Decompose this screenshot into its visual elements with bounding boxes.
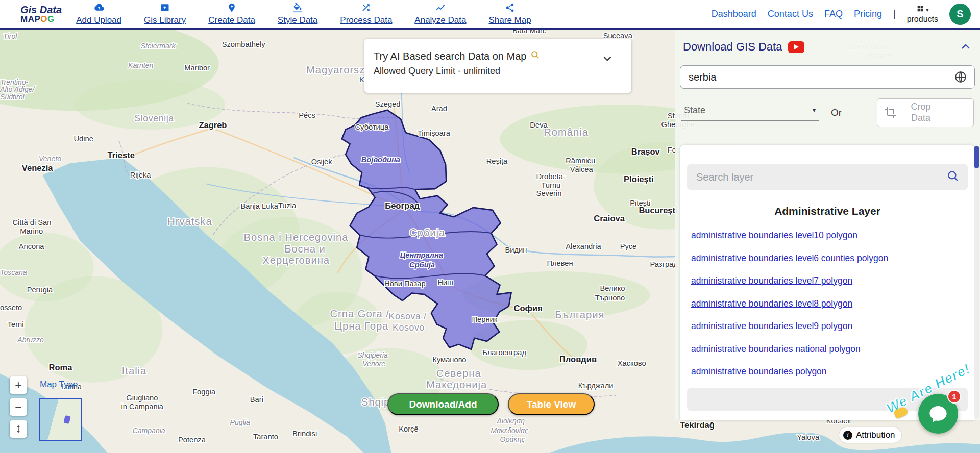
map-label: România [544, 127, 589, 138]
panel-title[interactable]: Download GIS Data [683, 40, 782, 54]
table-view-button[interactable]: Table View [508, 393, 595, 415]
layer-link[interactable]: administrative boundaries level6 countie… [691, 254, 888, 263]
layer-link[interactable]: administrative boundaries level8 polygon [691, 299, 852, 309]
map-label: Venezia [22, 163, 53, 173]
layer-search-input[interactable] [695, 171, 946, 184]
map-label: Kosovo [393, 322, 425, 333]
map-label: Abruzzo [17, 336, 44, 344]
map-label: Велико [600, 284, 625, 292]
ai-banner-subtitle: Allowed Query Limit - unlimited [374, 66, 621, 77]
nav-link-pricing[interactable]: Pricing [854, 9, 882, 19]
layer-search-box [687, 164, 968, 190]
map-label: Banja Luka [240, 202, 278, 210]
analyze-chart-icon [435, 3, 446, 15]
nav-link-dashboard[interactable]: Dashboard [712, 9, 756, 19]
map-label: Босна и [284, 243, 326, 255]
nav-right: Dashboard Contact Us FAQ Pricing | ▾ pro… [712, 4, 971, 25]
map-label: Shqipëria [357, 351, 388, 359]
map-label: Reșița [486, 157, 508, 165]
nav-item-style-data[interactable]: Style Data [278, 3, 317, 26]
map-label: Campania [133, 426, 165, 435]
nav-item-add-upload[interactable]: Add Upload [76, 3, 121, 26]
map-label: Tekirdağ [680, 420, 715, 430]
panel-scrollbar[interactable] [974, 146, 979, 418]
map-label: Veneto [39, 155, 61, 163]
nav-item-gis-library[interactable]: Gis Library [144, 3, 186, 26]
map-label: Puglia [230, 418, 250, 426]
map-label: Udine [74, 135, 93, 143]
map-label: Taranto [253, 433, 278, 441]
map-label: Русе [620, 242, 637, 250]
map-type-label[interactable]: Map Type [40, 380, 78, 390]
chevron-down-icon: ▾ [926, 6, 929, 13]
map-label: Slovenija [134, 113, 174, 123]
products-label: products [907, 15, 938, 24]
nav-divider: | [893, 9, 896, 19]
map-label: Maribor [184, 64, 210, 72]
map-label: Централна [400, 251, 443, 259]
minimap-preview[interactable] [39, 398, 82, 441]
nav-link-faq[interactable]: FAQ [824, 9, 843, 19]
products-menu[interactable]: ▾ products [907, 5, 938, 24]
pan-control-button[interactable] [10, 420, 27, 438]
nav-item-label: Add Upload [76, 15, 121, 26]
map-label: Суботица [355, 123, 389, 131]
map-label: Македонија [426, 379, 487, 390]
search-icon[interactable] [946, 169, 960, 185]
nav-item-label: Style Data [278, 15, 317, 26]
attribution-control[interactable]: i Attribution [839, 427, 901, 443]
logo[interactable]: Gis Data MAPOG [20, 5, 62, 24]
main-nav: Add Upload Gis Library Create Data Style… [76, 3, 531, 26]
layer-link[interactable]: administrative boundaries national polyg… [691, 345, 861, 354]
download-gis-panel: Download GIS Data State ▾ Or Crop Data A… [675, 30, 980, 420]
chat-bubble-icon [928, 404, 948, 424]
nav-item-create-data[interactable]: Create Data [208, 3, 255, 26]
map-label: Хасково [618, 359, 646, 367]
ai-banner-title: Try AI Based search Data on Map [374, 50, 621, 62]
up-down-arrows-icon [14, 424, 23, 434]
nav-item-label: Gis Library [144, 15, 186, 26]
state-select[interactable]: State ▾ [681, 105, 819, 121]
share-icon [505, 3, 515, 15]
map-label: Roma [49, 363, 73, 372]
nav-link-contact-us[interactable]: Contact Us [768, 9, 813, 19]
map-label: Pécs [299, 111, 315, 119]
nav-item-label: Process Data [340, 15, 392, 26]
layer-link[interactable]: administrative boundaries polygon [691, 367, 827, 376]
user-avatar[interactable]: S [949, 4, 971, 25]
map-label: Србија [409, 227, 445, 238]
chevron-down-icon[interactable] [601, 52, 614, 65]
map-label: Kärnten [128, 61, 153, 69]
layer-link[interactable]: administrative boundaries level7 polygon [691, 276, 852, 286]
map-label: Кърджали [578, 382, 614, 390]
map-label: Rijeka [130, 171, 152, 179]
map-label: Србија [409, 261, 435, 269]
layer-link[interactable]: administrative boundaries level9 polygon [691, 322, 852, 331]
map-label: Arad [431, 105, 447, 113]
youtube-icon[interactable] [788, 41, 804, 53]
map-label: Osijek [311, 158, 332, 166]
download-add-button[interactable]: Download/Add [387, 393, 499, 415]
globe-icon[interactable] [954, 70, 967, 84]
map-label: Северна [436, 368, 481, 379]
map-label: Vâlcea [570, 165, 594, 173]
nav-item-analyze-data[interactable]: Analyze Data [414, 3, 466, 26]
map-pin-icon [227, 3, 237, 15]
map-label: Râmnicu [566, 157, 595, 165]
zoom-in-button[interactable]: + [10, 376, 27, 394]
map-label: Куманово [432, 356, 466, 364]
layer-link[interactable]: administrative boundaries level10 polygo… [691, 231, 857, 240]
zoom-out-button[interactable]: − [10, 398, 27, 416]
nav-item-share-map[interactable]: Share Map [488, 3, 531, 26]
nav-item-process-data[interactable]: Process Data [340, 3, 392, 26]
map-label: Hrvatska [167, 216, 212, 227]
map-label: Timișoara [418, 129, 451, 137]
map-label: Trieste [108, 150, 135, 160]
location-search-input[interactable] [688, 71, 954, 84]
panel-scrollbar-thumb[interactable] [974, 146, 979, 168]
map-label: Brindisi [292, 430, 317, 438]
map-label: Perugia [27, 286, 53, 294]
crop-data-button[interactable]: Crop Data [877, 98, 974, 127]
chevron-up-icon[interactable] [960, 41, 972, 53]
map-label: Μακεδονίας [491, 426, 528, 435]
